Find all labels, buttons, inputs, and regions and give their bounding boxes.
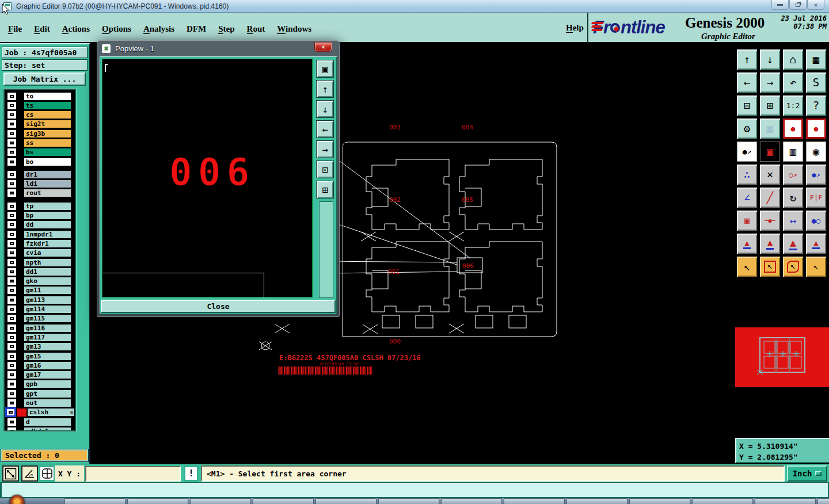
previous-view-button[interactable]: ↶ [782,72,804,93]
rout-chamfer-button-1[interactable]: ▲ [736,233,758,254]
menu-windows[interactable]: Windows [277,24,311,34]
snap-window-button[interactable] [39,465,55,482]
coordinate-input[interactable] [85,466,181,482]
layer-checkbox-cslsh[interactable] [5,407,16,417]
layer-label-to[interactable]: to [24,92,71,101]
rout-chamfer-button-4[interactable]: ▲ [805,233,827,254]
layer-checkbox-dr1[interactable] [7,171,16,178]
layer-row-bp[interactable]: bp [5,211,75,220]
snap-grid-button[interactable]: ▦ [759,118,781,139]
layer-checkbox-ss[interactable] [7,139,16,147]
layer-checkbox-gm115[interactable] [7,315,16,322]
layer-checkbox-to[interactable] [7,93,16,100]
layer-row-ss[interactable]: ss [5,138,75,147]
taskbar-window-button[interactable] [755,498,816,504]
highlight-pad-button[interactable]: ◉ [805,141,827,162]
layer-row-gm117[interactable]: gm117 [5,333,75,342]
layer-row-rout[interactable]: rout [5,189,75,198]
copy-to-layer-button[interactable]: ▣ [736,210,758,231]
popview-pan-down-button[interactable]: ↓ [316,100,334,118]
taskbar-window-button[interactable] [504,498,565,504]
layer-row-bs[interactable]: bs [5,148,75,157]
menu-options[interactable]: Options [102,24,131,34]
mirror-button[interactable]: F|F [805,187,827,208]
layer-checkbox-gpb[interactable] [7,380,16,388]
angle-measure-button[interactable]: ∠ [736,187,758,208]
layer-checkbox-ts[interactable] [7,102,16,109]
taskbar-window-button[interactable] [629,498,690,504]
popview-close-bar[interactable]: Close [101,300,336,313]
rout-chamfer-button-3[interactable]: ▲ [782,233,804,254]
layer-color-swatch[interactable] [17,408,26,417]
layer-label-ts[interactable]: ts [24,101,71,110]
layer-label-dr1[interactable]: dr1 [24,170,71,179]
layer-row-gpt[interactable]: gpt [5,389,75,398]
layer-row-to[interactable]: to [5,91,75,101]
layer-label-out[interactable]: out [24,399,71,407]
layer-label-cs[interactable]: cs [24,110,71,119]
menu-edit[interactable]: Edit [34,24,50,34]
taskbar-window-button[interactable] [127,498,188,504]
layer-row-gm16[interactable]: gm16 [5,361,75,370]
pan-left-button[interactable]: ← [736,72,758,93]
layer-row-tp[interactable]: tp [5,201,75,211]
overview-band[interactable] [735,327,829,387]
popview-scrollbar[interactable] [319,201,333,298]
layer-row-ts[interactable]: ts [5,101,75,110]
layer-label-sig3b[interactable]: sig3b [24,129,71,138]
alert-button[interactable]: ! [184,465,199,482]
layer-checkbox-gm17[interactable] [7,371,16,379]
layer-checkbox-gm116[interactable] [7,324,16,332]
layer-row-gm15[interactable]: gm15 [5,352,75,361]
popview-canvas[interactable]: 006 [102,59,313,297]
layer-label-1nmpdr1[interactable]: 1nmpdr1 [24,230,71,239]
layer-row-1nmpdr1[interactable]: 1nmpdr1 [5,230,75,239]
layer-label-cslsh[interactable]: cslsh⊞ [27,408,75,417]
layer-label-rout[interactable]: rout [24,189,71,197]
layer-label-gm116[interactable]: gm116 [24,324,71,333]
select-single-button[interactable]: ↖ [736,256,758,277]
layer-row-gpb[interactable]: gpb [5,380,75,389]
layer-row-fzkdr1[interactable]: fzkdr1 [5,239,75,248]
minimize-button[interactable] [771,0,789,10]
taskbar-window-button[interactable] [253,498,314,504]
layer-checkbox-dd1[interactable] [7,268,16,276]
layer-label-gm114[interactable]: gm114 [24,305,71,314]
layer-label-ydkdr1[interactable]: ydkdr1 [24,427,71,432]
layer-checkbox-gm15[interactable] [7,353,16,360]
layer-label-gm16[interactable]: gm16 [24,361,71,370]
view-layers-button[interactable]: ▣ [759,141,781,162]
route-open-button[interactable]: ○↗ [782,164,804,185]
popview-close-button[interactable]: ✕ [314,42,332,52]
serpentine-pan-button[interactable]: S [805,72,827,93]
taskbar-window-button[interactable] [692,498,753,504]
zoom-out-button[interactable]: ⊟ [736,95,758,116]
layer-checkbox-cvia[interactable] [7,249,16,257]
layer-label-dd1[interactable]: dd1 [24,268,71,276]
taskbar-window-button[interactable] [315,498,377,504]
layer-label-cvia[interactable]: cvia [24,249,71,257]
display-profile-button-2[interactable]: ● [805,118,827,139]
stretch-trace-button[interactable]: ─●─ [759,210,781,231]
layer-label-gm13[interactable]: gm13 [24,342,71,351]
setup-palette-button[interactable]: ⚙ [736,118,758,139]
home-view-button[interactable]: ⌂ [782,49,804,70]
popview-zoom-fit-button[interactable]: ⊞ [316,181,334,198]
layer-row-gko[interactable]: gko [5,277,75,286]
layer-row-ldi[interactable]: ldi [5,180,75,189]
popview-pan-right-button[interactable]: → [316,140,334,158]
measure-distance-button[interactable] [2,465,19,482]
zoom-in-button[interactable]: ⊞ [759,95,781,116]
chain-select-button[interactable]: ∴ [736,164,758,185]
layer-label-gm117[interactable]: gm117 [24,333,71,342]
layer-checkbox-rout[interactable] [7,189,16,197]
layer-label-gpt[interactable]: gpt [24,390,71,398]
layer-row-dd1[interactable]: dd1 [5,267,75,276]
select-frame-button[interactable]: ↖ [759,256,781,277]
shave-shapes-button[interactable]: ●○ [805,210,827,231]
select-polygon-button[interactable]: ↖ [782,256,804,277]
move-selection-button[interactable]: ●↗ [736,141,758,162]
layer-checkbox-tp[interactable] [7,203,16,210]
layer-label-sig2t[interactable]: sig2t [24,120,71,128]
layer-label-gm113[interactable]: gm113 [24,296,71,304]
